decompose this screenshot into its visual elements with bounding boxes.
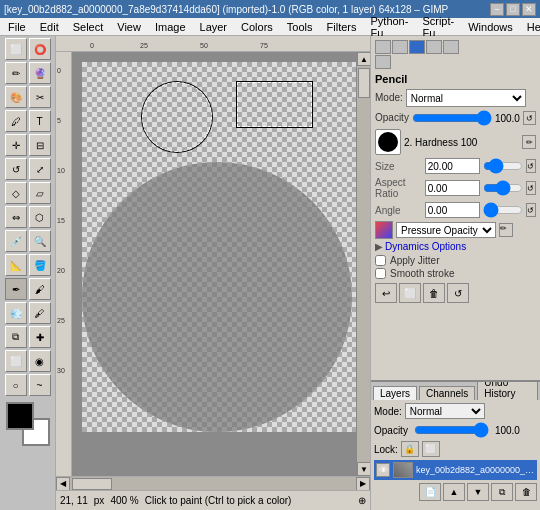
menu-layer[interactable]: Layer [194,20,234,34]
menu-filters[interactable]: Filters [321,20,363,34]
menu-windows[interactable]: Windows [462,20,519,34]
menu-edit[interactable]: Edit [34,20,65,34]
panel-tool-icon-2[interactable] [392,40,408,54]
tool-shear[interactable]: ◇ [5,182,27,204]
horizontal-scrollbar[interactable]: ◀ ▶ [56,476,370,490]
tool-scissors[interactable]: ✂ [29,86,51,108]
foreground-color-box[interactable] [6,402,34,430]
tool-action-1[interactable]: ↩ [375,283,397,303]
tool-free-select[interactable]: ✏ [5,62,27,84]
layers-tab[interactable]: Layers [373,386,417,400]
scroll-down-arrow[interactable]: ▼ [357,462,370,476]
tool-zoom[interactable]: 🔍 [29,230,51,252]
canvas-image[interactable] [82,62,370,432]
tool-ellipse-select[interactable]: ⭕ [29,38,51,60]
channels-tab[interactable]: Channels [419,386,475,400]
scroll-track-v[interactable] [357,66,370,462]
tool-clone[interactable]: ⧉ [5,326,27,348]
tool-rotate[interactable]: ↺ [5,158,27,180]
dynamics-edit-btn[interactable]: ✏ [499,223,513,237]
tool-action-4[interactable]: ↺ [447,283,469,303]
tool-dodge[interactable]: ○ [5,374,27,396]
tool-flip[interactable]: ⇔ [5,206,27,228]
close-button[interactable]: ✕ [522,3,536,16]
scroll-thumb-v[interactable] [358,68,370,98]
lock-pixels-btn[interactable]: 🔒 [401,441,419,457]
tool-perspective[interactable]: ▱ [29,182,51,204]
minimize-button[interactable]: – [490,3,504,16]
opacity-slider[interactable] [412,110,492,126]
duplicate-layer-btn[interactable]: ⧉ [491,483,513,501]
tool-eraser[interactable]: ⬜ [5,350,27,372]
tool-heal[interactable]: ✚ [29,326,51,348]
scroll-up-arrow[interactable]: ▲ [357,52,370,66]
menu-select[interactable]: Select [67,20,110,34]
tool-rectangle-select[interactable]: ⬜ [5,38,27,60]
angle-reset-btn[interactable]: ↺ [526,203,536,217]
delete-layer-btn[interactable]: 🗑 [515,483,537,501]
maximize-button[interactable]: □ [506,3,520,16]
vertical-scrollbar[interactable]: ▲ ▼ [356,52,370,476]
layer-item[interactable]: 👁 key_00b2d882_a0000000_7a8e9d [374,460,537,480]
tool-measure[interactable]: 📐 [5,254,27,276]
angle-slider[interactable] [483,202,523,218]
tool-action-2[interactable]: ⬜ [399,283,421,303]
aspect-ratio-input[interactable] [425,180,480,196]
size-slider[interactable] [483,158,523,174]
angle-input[interactable] [425,202,480,218]
size-input[interactable] [425,158,480,174]
smooth-stroke-checkbox[interactable] [375,268,386,279]
tool-bucket[interactable]: 🪣 [29,254,51,276]
tool-align[interactable]: ⊟ [29,134,51,156]
menu-view[interactable]: View [111,20,147,34]
opacity-reset-btn[interactable]: ↺ [523,111,536,125]
panel-tool-icon-6[interactable] [375,55,391,69]
tool-paintbrush[interactable]: 🖌 [29,278,51,300]
tool-blur[interactable]: ◉ [29,350,51,372]
layers-mode-select[interactable]: Normal [405,403,485,419]
panel-tool-icon-1[interactable] [375,40,391,54]
scroll-right-arrow[interactable]: ▶ [356,477,370,491]
brush-edit-btn[interactable]: ✏ [522,135,536,149]
tool-ink[interactable]: 🖋 [29,302,51,324]
tool-fuzzy-select[interactable]: 🔮 [29,62,51,84]
layers-opacity-slider[interactable] [414,422,489,438]
tool-pencil[interactable]: ✒ [5,278,27,300]
lower-layer-btn[interactable]: ▼ [467,483,489,501]
menu-tools[interactable]: Tools [281,20,319,34]
menu-file[interactable]: File [2,20,32,34]
size-reset-btn[interactable]: ↺ [526,159,536,173]
tool-select-by-color[interactable]: 🎨 [5,86,27,108]
raise-layer-btn[interactable]: ▲ [443,483,465,501]
undo-history-tab[interactable]: Undo History [477,380,538,400]
mode-select[interactable]: Normal [406,89,526,107]
scroll-track-h[interactable] [70,477,356,491]
menu-help[interactable]: Help [521,20,540,34]
tool-cage[interactable]: ⬡ [29,206,51,228]
canvas-scroll[interactable]: ▲ ▼ [72,52,370,476]
apply-jitter-checkbox[interactable] [375,255,386,266]
panel-tool-icon-3[interactable] [409,40,425,54]
tool-color-picker[interactable]: 💉 [5,230,27,252]
aspect-ratio-reset-btn[interactable]: ↺ [526,181,536,195]
new-layer-btn[interactable]: 📄 [419,483,441,501]
scroll-left-arrow[interactable]: ◀ [56,477,70,491]
tool-airbrush[interactable]: 💨 [5,302,27,324]
menu-image[interactable]: Image [149,20,192,34]
tool-action-3[interactable]: 🗑 [423,283,445,303]
tool-text[interactable]: T [29,110,51,132]
aspect-ratio-slider[interactable] [483,180,523,196]
layer-visibility-toggle[interactable]: 👁 [376,463,390,477]
tool-move[interactable]: ✛ [5,134,27,156]
tool-scale[interactable]: ⤢ [29,158,51,180]
lock-alpha-btn[interactable]: ⬜ [422,441,440,457]
dynamics-select[interactable]: Pressure Opacity [396,222,496,238]
scroll-thumb-h[interactable] [72,478,112,490]
coords-display: 21, 11 [60,495,88,506]
dynamics-options-link[interactable]: ▶ Dynamics Options [375,241,536,252]
panel-tool-icon-4[interactable] [426,40,442,54]
panel-tool-icon-5[interactable] [443,40,459,54]
tool-smudge[interactable]: ~ [29,374,51,396]
menu-colors[interactable]: Colors [235,20,279,34]
tool-paths[interactable]: 🖊 [5,110,27,132]
